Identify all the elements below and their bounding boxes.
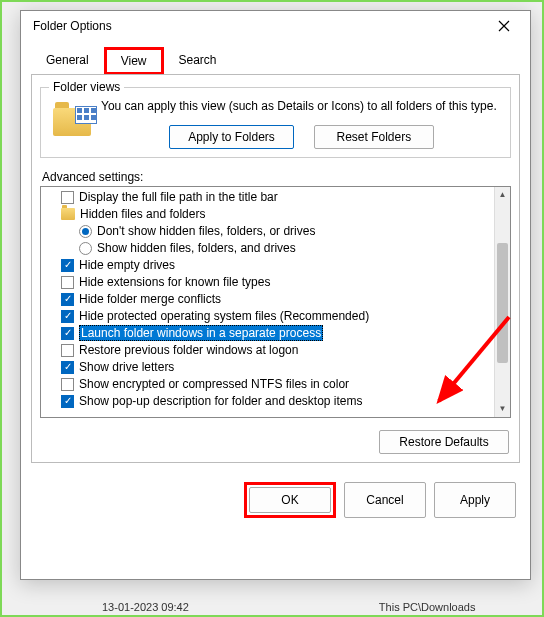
- scrollbar[interactable]: ▲ ▼: [494, 187, 510, 417]
- setting-label: Restore previous folder windows at logon: [79, 343, 298, 357]
- apply-button[interactable]: Apply: [434, 482, 516, 518]
- tab-search[interactable]: Search: [164, 47, 232, 75]
- tabs: General View Search: [21, 47, 530, 75]
- advanced-settings-label: Advanced settings:: [42, 170, 511, 184]
- restore-defaults-button[interactable]: Restore Defaults: [379, 430, 509, 454]
- bg-date: 13-01-2023 09:42: [102, 601, 189, 613]
- ok-highlight: OK: [244, 482, 336, 518]
- setting-item[interactable]: Restore previous folder windows at logon: [41, 342, 494, 359]
- scroll-down-icon[interactable]: ▼: [495, 401, 510, 417]
- close-icon: [498, 20, 510, 32]
- setting-label: Launch folder windows in a separate proc…: [79, 325, 323, 341]
- setting-label: Show encrypted or compressed NTFS files …: [79, 377, 349, 391]
- checkbox-icon[interactable]: [61, 361, 74, 374]
- setting-label: Hidden files and folders: [80, 207, 205, 221]
- setting-item[interactable]: Hide empty drives: [41, 257, 494, 274]
- checkbox-icon[interactable]: [61, 327, 74, 340]
- reset-folders-button[interactable]: Reset Folders: [314, 125, 434, 149]
- checkbox-icon[interactable]: [61, 276, 74, 289]
- scroll-up-icon[interactable]: ▲: [495, 187, 510, 203]
- close-button[interactable]: [484, 12, 524, 40]
- setting-label: Show hidden files, folders, and drives: [97, 241, 296, 255]
- setting-item[interactable]: Show encrypted or compressed NTFS files …: [41, 376, 494, 393]
- setting-label: Hide extensions for known file types: [79, 275, 270, 289]
- setting-item[interactable]: Hide extensions for known file types: [41, 274, 494, 291]
- folder-views-icon: [53, 102, 91, 136]
- setting-label: Hide empty drives: [79, 258, 175, 272]
- tab-general[interactable]: General: [31, 47, 104, 75]
- checkbox-icon[interactable]: [61, 378, 74, 391]
- setting-item[interactable]: Launch folder windows in a separate proc…: [41, 325, 494, 342]
- setting-item[interactable]: Don't show hidden files, folders, or dri…: [41, 223, 494, 240]
- advanced-settings-list: Display the full file path in the title …: [40, 186, 511, 418]
- setting-label: Hide protected operating system files (R…: [79, 309, 369, 323]
- setting-item[interactable]: Hidden files and folders: [41, 206, 494, 223]
- setting-item[interactable]: Show drive letters: [41, 359, 494, 376]
- title-bar: Folder Options: [21, 11, 530, 41]
- checkbox-icon[interactable]: [61, 344, 74, 357]
- apply-to-folders-button[interactable]: Apply to Folders: [169, 125, 294, 149]
- checkbox-icon[interactable]: [61, 293, 74, 306]
- folder-views-label: Folder views: [49, 80, 124, 94]
- ok-button[interactable]: OK: [249, 487, 331, 513]
- radio-icon[interactable]: [79, 242, 92, 255]
- checkbox-icon[interactable]: [61, 259, 74, 272]
- checkbox-icon[interactable]: [61, 191, 74, 204]
- setting-label: Show drive letters: [79, 360, 174, 374]
- scroll-thumb[interactable]: [497, 243, 508, 363]
- tab-content: Folder views You can apply this vi: [31, 74, 520, 463]
- setting-label: Don't show hidden files, folders, or dri…: [97, 224, 315, 238]
- setting-label: Show pop-up description for folder and d…: [79, 394, 363, 408]
- bg-location: This PC\Downloads: [379, 601, 476, 613]
- radio-icon[interactable]: [79, 225, 92, 238]
- setting-item[interactable]: Hide folder merge conflicts: [41, 291, 494, 308]
- tab-view-highlight: View: [104, 47, 164, 75]
- folder-views-group: Folder views You can apply this vi: [40, 87, 511, 158]
- dialog-title: Folder Options: [33, 19, 112, 33]
- setting-item[interactable]: Display the full file path in the title …: [41, 189, 494, 206]
- setting-label: Display the full file path in the title …: [79, 190, 278, 204]
- setting-item[interactable]: Show pop-up description for folder and d…: [41, 393, 494, 410]
- checkbox-icon[interactable]: [61, 310, 74, 323]
- folder-icon: [61, 208, 75, 220]
- folder-views-description: You can apply this view (such as Details…: [101, 98, 502, 115]
- checkbox-icon[interactable]: [61, 395, 74, 408]
- folder-options-dialog: Folder Options General View Search Folde…: [20, 10, 531, 580]
- dialog-buttons: OK Cancel Apply: [21, 474, 530, 526]
- setting-item[interactable]: Show hidden files, folders, and drives: [41, 240, 494, 257]
- setting-label: Hide folder merge conflicts: [79, 292, 221, 306]
- cancel-button[interactable]: Cancel: [344, 482, 426, 518]
- setting-item[interactable]: Hide protected operating system files (R…: [41, 308, 494, 325]
- tab-view[interactable]: View: [117, 52, 151, 70]
